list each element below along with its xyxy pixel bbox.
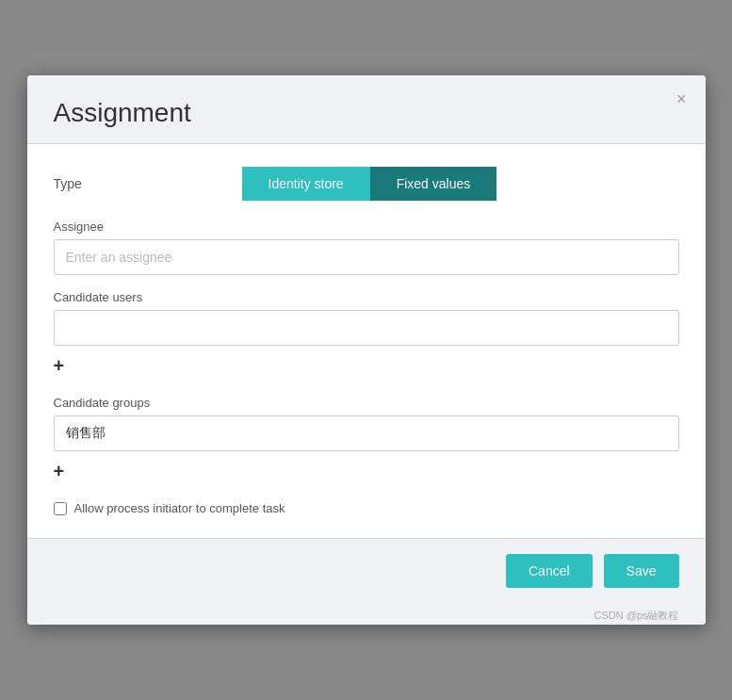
candidate-users-field-group: Candidate users + <box>54 290 679 381</box>
candidate-groups-field-group: Candidate groups + <box>54 396 679 486</box>
allow-initiator-label: Allow process initiator to complete task <box>74 501 285 515</box>
candidate-users-input[interactable] <box>54 310 679 346</box>
assignee-label: Assignee <box>54 220 679 234</box>
allow-initiator-row: Allow process initiator to complete task <box>54 501 679 515</box>
type-label: Type <box>54 176 242 191</box>
fixed-values-button[interactable]: Fixed values <box>370 167 497 201</box>
candidate-groups-input[interactable] <box>54 415 679 451</box>
modal-title: Assignment <box>54 98 679 128</box>
add-candidate-group-button[interactable]: + <box>54 457 65 486</box>
candidate-groups-label: Candidate groups <box>54 396 679 410</box>
modal-footer: Cancel Save <box>27 538 706 603</box>
identity-store-button[interactable]: Identity store <box>242 167 370 201</box>
modal-header: Assignment × <box>27 75 706 144</box>
watermark: CSDN @ps融教程 <box>27 603 706 625</box>
assignee-field-group: Assignee <box>54 220 679 275</box>
cancel-button[interactable]: Cancel <box>506 554 593 588</box>
type-buttons: Identity store Fixed values <box>242 167 497 201</box>
type-row: Type Identity store Fixed values <box>54 167 679 201</box>
allow-initiator-checkbox[interactable] <box>54 502 67 515</box>
assignee-input[interactable] <box>54 239 679 275</box>
assignment-modal: Assignment × Type Identity store Fixed v… <box>27 75 706 625</box>
add-candidate-user-button[interactable]: + <box>54 351 65 381</box>
modal-body: Type Identity store Fixed values Assigne… <box>27 144 706 538</box>
candidate-users-label: Candidate users <box>54 290 679 304</box>
close-button[interactable]: × <box>676 90 687 107</box>
save-button[interactable]: Save <box>604 554 679 588</box>
